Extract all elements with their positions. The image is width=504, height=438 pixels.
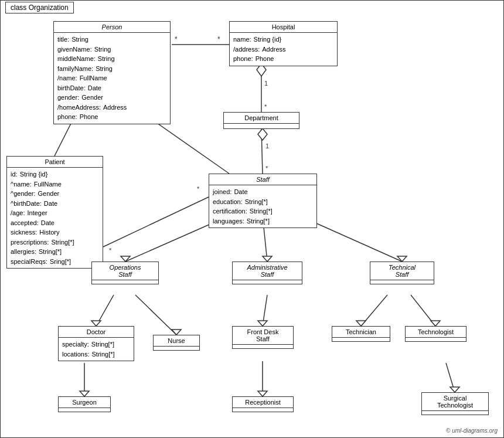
class-receptionist-header: Receptionist (233, 397, 293, 408)
svg-marker-16 (121, 256, 130, 262)
class-department-body (224, 124, 299, 128)
class-technologist: Technologist (405, 326, 466, 342)
svg-text:*: * (109, 247, 112, 254)
svg-marker-34 (258, 391, 267, 396)
svg-text:*: * (264, 103, 267, 110)
class-operations-staff: OperationsStaff (91, 262, 159, 284)
class-receptionist-body (233, 408, 293, 412)
class-surgical-technologist-header: SurgicalTechnologist (422, 393, 488, 411)
class-technician: Technician (332, 326, 390, 342)
class-staff-header: Staff (209, 174, 316, 185)
class-patient-body: id:String {id} ^name:FullName ^gender:Ge… (7, 168, 103, 268)
svg-marker-26 (258, 321, 267, 326)
svg-line-27 (361, 295, 387, 326)
class-doctor: Doctor specialty:String[*] locations:Str… (58, 326, 134, 361)
copyright-text: © uml-diagrams.org (446, 427, 498, 434)
svg-marker-28 (356, 321, 366, 326)
svg-marker-22 (91, 321, 101, 326)
svg-marker-24 (172, 330, 181, 335)
class-receptionist: Receptionist (232, 396, 294, 412)
class-staff: Staff joined:Date education:String[*] ce… (209, 174, 317, 228)
class-technical-staff: TechnicalStaff (370, 262, 434, 284)
svg-line-23 (135, 295, 176, 335)
svg-marker-30 (431, 321, 440, 326)
class-staff-body: joined:Date education:String[*] certific… (209, 185, 316, 228)
class-administrative-staff: AdministrativeStaff (232, 262, 302, 284)
svg-marker-36 (450, 387, 459, 392)
class-surgeon-header: Surgeon (59, 397, 110, 408)
svg-line-21 (96, 295, 114, 326)
class-technician-body (332, 338, 390, 341)
class-administrative-staff-header: AdministrativeStaff (233, 262, 302, 280)
svg-line-37 (103, 197, 209, 247)
svg-text:*: * (217, 35, 220, 43)
svg-marker-32 (80, 391, 89, 396)
svg-line-29 (411, 295, 435, 326)
svg-marker-20 (397, 256, 407, 262)
svg-line-35 (446, 363, 455, 392)
class-department: Department (223, 112, 299, 129)
svg-marker-8 (258, 128, 267, 140)
svg-marker-18 (263, 256, 272, 262)
diagram-title: class Organization (5, 2, 74, 13)
svg-text:*: * (175, 35, 178, 43)
class-patient: Patient id:String {id} ^name:FullName ^g… (6, 156, 103, 269)
class-technician-header: Technician (332, 327, 390, 338)
class-operations-staff-body (92, 280, 158, 284)
class-hospital-header: Hospital (230, 22, 337, 33)
class-front-desk-staff: Front DeskStaff (232, 326, 294, 349)
class-person-name: Person (102, 23, 122, 30)
class-nurse-body (154, 347, 199, 350)
class-surgical-technologist: SurgicalTechnologist (421, 392, 489, 415)
class-person-body: title:String givenName:String middleName… (54, 33, 170, 124)
svg-text:*: * (197, 185, 200, 192)
class-technologist-body (406, 338, 466, 341)
svg-line-7 (261, 128, 263, 174)
class-front-desk-staff-body (233, 345, 293, 348)
class-technologist-header: Technologist (406, 327, 466, 338)
class-hospital: Hospital name:String {id} /address:Addre… (229, 21, 338, 66)
class-surgeon-body (59, 408, 110, 412)
class-technical-staff-header: TechnicalStaff (370, 262, 434, 280)
class-front-desk-staff-header: Front DeskStaff (233, 327, 293, 345)
class-administrative-staff-body (233, 280, 302, 284)
class-hospital-body: name:String {id} /address:Address phone:… (230, 33, 337, 66)
class-operations-staff-header: OperationsStaff (92, 262, 158, 280)
class-patient-header: Patient (7, 157, 103, 168)
class-surgical-technologist-body (422, 411, 488, 415)
svg-text:1: 1 (264, 80, 268, 87)
class-department-header: Department (224, 113, 299, 124)
class-person: Person title:String givenName:String mid… (53, 21, 171, 124)
class-doctor-header: Doctor (59, 327, 134, 338)
class-nurse-header: Nurse (154, 335, 199, 347)
class-person-header: Person (54, 22, 170, 33)
diagram-container: class Organization * * 1 * 1 * (0, 0, 504, 438)
svg-line-25 (263, 295, 267, 326)
class-technical-staff-body (370, 280, 434, 284)
class-surgeon: Surgeon (58, 396, 111, 412)
svg-text:1: 1 (265, 142, 269, 150)
class-doctor-body: specialty:String[*] locations:String[*] (59, 338, 134, 361)
svg-text:*: * (265, 165, 268, 172)
class-nurse: Nurse (153, 335, 200, 351)
